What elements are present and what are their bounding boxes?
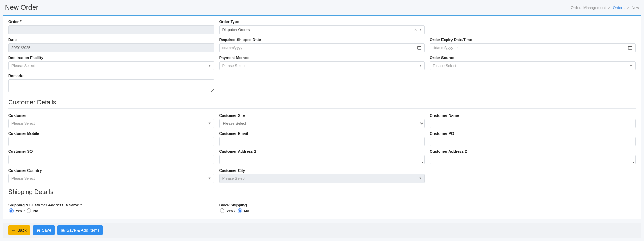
chevron-down-icon: ▼ xyxy=(419,64,422,67)
block-shipping-radio-group: Yes / No xyxy=(219,208,425,213)
customer-label: Customer xyxy=(8,113,214,118)
customer-name-label: Customer Name xyxy=(430,113,636,118)
customer-so-label: Customer SO xyxy=(8,149,214,154)
customer-city-select[interactable]: Please Select ▼ xyxy=(219,174,425,183)
svg-rect-1 xyxy=(418,46,421,47)
customer-mobile-label: Customer Mobile xyxy=(8,131,214,136)
order-expiry-input[interactable]: dd/mm/yyyy --:-- xyxy=(430,43,636,52)
radio-no-label: No xyxy=(33,209,38,213)
customer-address2-label: Customer Address 2 xyxy=(430,149,636,154)
chevron-down-icon: ▼ xyxy=(419,177,422,180)
radio-no-label: No xyxy=(244,209,249,213)
customer-address1-label: Customer Address 1 xyxy=(219,149,425,154)
same-address-radio-group: Yes / No xyxy=(8,208,214,213)
breadcrumb-current: New xyxy=(632,6,639,10)
destination-facility-select[interactable]: Please Select ▼ xyxy=(8,61,214,70)
chevron-down-icon: ▼ xyxy=(419,28,422,31)
footer-actions: ← Back Save Save & Add Items xyxy=(3,223,641,238)
customer-po-input[interactable] xyxy=(430,137,636,146)
customer-address2-textarea[interactable] xyxy=(430,155,636,164)
customer-mobile-input[interactable] xyxy=(8,137,214,146)
breadcrumb-root: Orders Management xyxy=(571,6,606,10)
save-icon xyxy=(36,228,41,233)
customer-select[interactable]: Please Select ▼ xyxy=(8,119,214,128)
customer-site-select[interactable]: Please Select xyxy=(219,119,425,128)
customer-email-input[interactable] xyxy=(219,137,425,146)
order-type-label: Order Type xyxy=(219,20,425,24)
customer-address1-textarea[interactable] xyxy=(219,155,425,164)
block-shipping-yes-radio[interactable] xyxy=(220,208,224,213)
chevron-down-icon: ▼ xyxy=(629,64,633,67)
same-address-yes-radio[interactable] xyxy=(9,208,14,213)
destination-facility-label: Destination Facility xyxy=(8,56,214,60)
customer-country-label: Customer Country xyxy=(8,168,214,173)
save-button[interactable]: Save xyxy=(33,225,55,235)
payment-method-label: Payment Method xyxy=(219,56,425,60)
required-shipped-date-input[interactable]: dd/mm/yyyy xyxy=(219,43,425,52)
order-source-label: Order Source xyxy=(430,56,636,60)
breadcrumb: Orders Management > Orders > New xyxy=(571,6,639,10)
date-label: Date xyxy=(8,38,214,42)
divider xyxy=(8,108,636,109)
calendar-icon xyxy=(628,45,633,50)
customer-email-label: Customer Email xyxy=(219,131,425,136)
divider xyxy=(8,198,636,198)
svg-rect-5 xyxy=(628,46,632,47)
order-number-label: Order # xyxy=(8,20,214,24)
breadcrumb-sep: > xyxy=(608,6,610,10)
customer-name-input[interactable] xyxy=(430,119,636,128)
block-shipping-no-radio[interactable] xyxy=(238,208,242,213)
chevron-down-icon: ▼ xyxy=(208,122,211,125)
calendar-icon xyxy=(417,45,422,50)
customer-so-input[interactable] xyxy=(8,155,214,164)
same-address-label: Shipping & Customer Address is Same ? xyxy=(8,203,214,207)
customer-city-label: Customer City xyxy=(219,168,425,173)
save-icon xyxy=(61,228,65,233)
save-add-items-button[interactable]: Save & Add Items xyxy=(57,225,103,235)
remarks-textarea[interactable] xyxy=(8,79,214,92)
order-type-value: Dispatch Orders xyxy=(222,28,414,32)
main-form-card: Order # Order Type Dispatch Orders × ▼ D… xyxy=(3,15,641,219)
order-type-select[interactable]: Dispatch Orders × ▼ xyxy=(219,25,425,34)
chevron-down-icon: ▼ xyxy=(208,177,211,180)
order-number-input xyxy=(8,25,214,34)
same-address-no-radio[interactable] xyxy=(27,208,31,213)
chevron-down-icon: ▼ xyxy=(208,64,211,67)
back-button[interactable]: ← Back xyxy=(8,225,30,235)
page-title: New Order xyxy=(5,3,38,11)
order-expiry-label: Order Expiry Date/Time xyxy=(430,38,636,42)
breadcrumb-sep: > xyxy=(627,6,629,10)
clear-icon[interactable]: × xyxy=(414,28,417,32)
date-input: 29/01/2025 xyxy=(8,43,214,52)
shipping-details-heading: Shipping Details xyxy=(8,188,636,196)
arrow-left-icon: ← xyxy=(12,228,16,233)
payment-method-select[interactable]: Please Select ▼ xyxy=(219,61,425,70)
page-header: New Order Orders Management > Orders > N… xyxy=(0,0,644,15)
breadcrumb-link-orders[interactable]: Orders xyxy=(613,6,625,10)
required-shipped-date-label: Required Shipped Date xyxy=(219,38,425,42)
block-shipping-label: Block Shipping xyxy=(219,203,425,207)
customer-country-select[interactable]: Please Select ▼ xyxy=(8,174,214,183)
order-source-select[interactable]: Please Select ▼ xyxy=(430,61,636,70)
radio-yes-label: Yes xyxy=(16,209,22,213)
customer-details-heading: Customer Details xyxy=(8,99,636,106)
customer-po-label: Customer PO xyxy=(430,131,636,136)
remarks-label: Remarks xyxy=(8,74,214,78)
customer-site-label: Customer Site xyxy=(219,113,425,118)
radio-yes-label: Yes xyxy=(226,209,233,213)
